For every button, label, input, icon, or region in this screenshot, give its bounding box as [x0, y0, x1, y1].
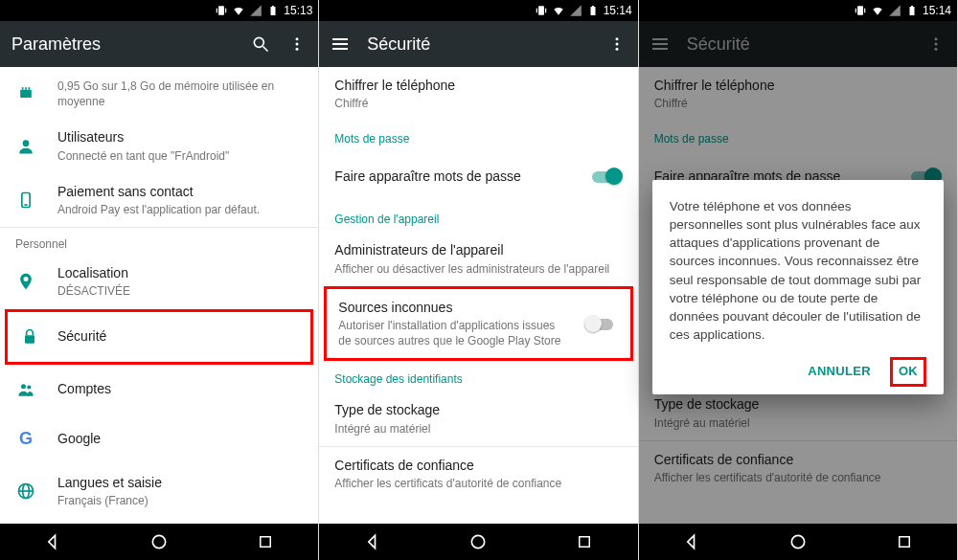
- nfc-title: Paiement sans contact: [57, 183, 305, 200]
- users-title: Utilisateurs: [57, 128, 305, 146]
- list-item-security[interactable]: Sécurité: [8, 312, 310, 362]
- section-header-admin: Gestion de l'appareil: [319, 201, 637, 232]
- list-item-users[interactable]: Utilisateurs Connecté en tant que "FrAnd…: [0, 119, 318, 172]
- section-header-creds: Stockage des identifiants: [319, 361, 637, 392]
- overflow-menu-icon[interactable]: [287, 34, 307, 54]
- svg-rect-28: [590, 7, 595, 15]
- svg-rect-0: [218, 6, 224, 14]
- svg-rect-24: [261, 537, 271, 548]
- home-icon[interactable]: [148, 531, 170, 552]
- globe-icon: [15, 481, 36, 502]
- encrypt-sub: Chiffré: [654, 96, 944, 111]
- signal-icon: [569, 4, 582, 17]
- list-item-encrypt: Chiffrer le téléphone Chiffré: [639, 67, 957, 121]
- phone-screen-3: 15:14 Sécurité Chiffrer le téléphone Chi…: [639, 0, 958, 560]
- svg-point-31: [615, 43, 618, 46]
- cancel-button[interactable]: ANNULER: [800, 357, 878, 386]
- section-header-personnel: Personnel: [0, 228, 318, 255]
- menu-icon[interactable]: [650, 34, 670, 54]
- showpw-title: Faire apparaître mots de passe: [334, 168, 570, 185]
- list-item-accounts[interactable]: Comptes: [0, 365, 318, 414]
- list-item-encrypt[interactable]: Chiffrer le téléphone Chiffré: [319, 67, 637, 121]
- admins-sub: Afficher ou désactiver les administrateu…: [334, 261, 624, 277]
- phone-screen-1: 15:13 Paramètres 0,95 Go sur 1,8 Go de m…: [0, 0, 319, 560]
- svg-point-8: [296, 43, 299, 46]
- svg-rect-27: [545, 9, 546, 13]
- svg-rect-26: [536, 9, 536, 13]
- overflow-menu-icon[interactable]: [607, 34, 627, 54]
- certs-title: Certificats de confiance: [334, 457, 624, 474]
- list-item-google[interactable]: G Google: [0, 414, 318, 464]
- unknown-title: Sources inconnues: [338, 299, 562, 316]
- highlight-security: Sécurité: [5, 309, 313, 365]
- svg-point-19: [27, 385, 31, 389]
- svg-rect-2: [225, 9, 226, 13]
- battery-icon: [905, 4, 919, 17]
- list-item-storage-type[interactable]: Type de stockage Intégré au matériel: [319, 392, 637, 445]
- highlight-unknown-sources: Sources inconnues Autoriser l'installati…: [324, 286, 632, 362]
- overflow-menu-icon[interactable]: [926, 34, 946, 54]
- list-item-show-passwords[interactable]: Faire apparaître mots de passe: [319, 151, 637, 201]
- list-item-location[interactable]: Localisation DÉSACTIVÉE: [0, 255, 318, 308]
- svg-point-30: [615, 37, 618, 40]
- back-icon[interactable]: [681, 531, 702, 552]
- settings-list: 0,95 Go sur 1,8 Go de mémoire utilisée e…: [0, 67, 318, 524]
- back-icon[interactable]: [42, 531, 63, 552]
- accounts-icon: [15, 379, 36, 400]
- vibrate-icon: [854, 4, 867, 17]
- svg-point-43: [791, 535, 804, 548]
- lock-icon: [19, 326, 40, 347]
- svg-point-18: [21, 384, 26, 389]
- menu-icon[interactable]: [331, 34, 350, 54]
- clock-text: 15:14: [604, 4, 632, 17]
- security-title: Sécurité: [57, 327, 297, 345]
- home-icon[interactable]: [787, 531, 809, 552]
- svg-point-32: [615, 48, 618, 51]
- lang-title: Langues et saisie: [57, 474, 305, 491]
- user-icon: [15, 136, 36, 157]
- svg-rect-34: [580, 537, 590, 548]
- encrypt-sub: Chiffré: [334, 96, 624, 111]
- svg-point-14: [23, 140, 30, 146]
- ok-button[interactable]: OK: [890, 357, 926, 386]
- users-sub: Connecté en tant que "FrAndroid": [57, 148, 305, 164]
- storage-title: Type de stockage: [334, 401, 624, 418]
- storage-sub: Intégré au matériel: [654, 415, 944, 431]
- location-title: Localisation: [57, 264, 305, 281]
- location-sub: DÉSACTIVÉE: [57, 283, 305, 299]
- recents-icon[interactable]: [894, 531, 915, 552]
- accounts-title: Comptes: [57, 380, 305, 397]
- nfc-sub: Android Pay est l'application par défaut…: [57, 202, 305, 217]
- svg-line-6: [263, 47, 268, 52]
- encrypt-title: Chiffrer le téléphone: [654, 77, 944, 94]
- security-list: Chiffrer le téléphone Chiffré Mots de pa…: [319, 67, 637, 524]
- list-item-language[interactable]: Langues et saisie Français (France): [0, 464, 318, 518]
- svg-rect-11: [22, 87, 24, 90]
- list-item-unknown-sources[interactable]: Sources inconnues Autoriser l'installati…: [327, 289, 629, 359]
- list-item-device-admins[interactable]: Administrateurs de l'appareil Afficher o…: [319, 232, 637, 285]
- list-item-storage-type: Type de stockage Intégré au matériel: [639, 386, 957, 439]
- toggle-unknown-sources[interactable]: [584, 315, 617, 332]
- unknown-sub: Autoriser l'installation d'applications …: [338, 318, 562, 348]
- svg-rect-36: [855, 9, 856, 13]
- recents-icon[interactable]: [255, 531, 276, 552]
- recents-icon[interactable]: [574, 531, 595, 552]
- dialog-message: Votre téléphone et vos données personnel…: [670, 197, 926, 344]
- list-item-memory[interactable]: 0,95 Go sur 1,8 Go de mémoire utilisée e…: [0, 67, 318, 119]
- app-bar: Paramètres: [0, 21, 318, 67]
- back-icon[interactable]: [362, 531, 383, 552]
- svg-point-5: [255, 37, 264, 47]
- memory-icon: [15, 82, 36, 103]
- svg-rect-39: [911, 6, 913, 8]
- toggle-show-passwords[interactable]: [592, 168, 625, 185]
- list-item-trusted-certs[interactable]: Certificats de confiance Afficher les ce…: [319, 447, 637, 501]
- nav-bar: [639, 524, 957, 560]
- search-icon[interactable]: [251, 34, 270, 54]
- page-title: Paramètres: [11, 34, 234, 55]
- list-item-nfc-payment[interactable]: Paiement sans contact Android Pay est l'…: [0, 173, 318, 227]
- nav-bar: [319, 524, 637, 560]
- svg-rect-35: [857, 6, 863, 14]
- vibrate-icon: [215, 4, 228, 17]
- home-icon[interactable]: [468, 531, 489, 552]
- svg-point-9: [296, 48, 299, 51]
